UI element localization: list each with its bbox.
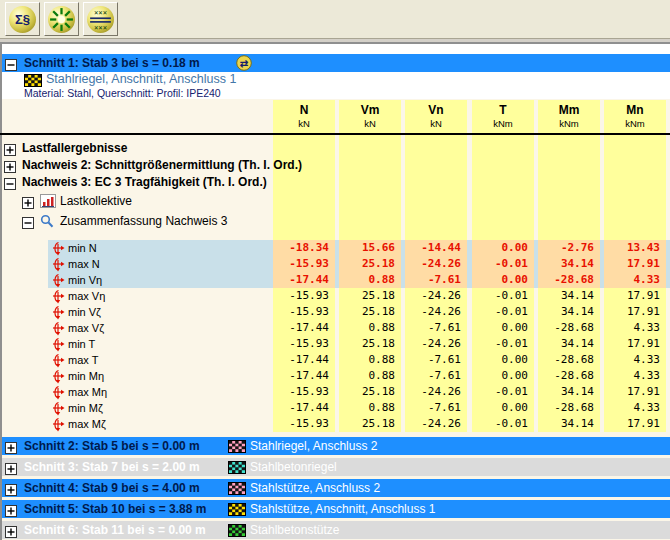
result-cell: 0.00	[472, 272, 534, 288]
member-checker-icon	[228, 523, 246, 540]
tree-item-label: Nachweis 3: EC 3 Tragfähigkeit (Th. I. O…	[22, 174, 267, 191]
expand-icon[interactable]	[4, 142, 16, 154]
column-header-Mm: MmkNm	[538, 100, 600, 133]
collapse-icon[interactable]	[5, 57, 17, 69]
result-cell: -7.61	[405, 352, 467, 368]
section-description: Stahlstütze, Anschluss 2	[250, 479, 380, 497]
section-title: Schnitt 3: Stab 7 bei s = 2.00 m	[24, 458, 200, 476]
expand-icon[interactable]	[22, 195, 34, 207]
tree-item-1[interactable]: Nachweis 2: Schnittgrößenermittlung (Th.…	[0, 157, 668, 174]
result-cell: -28.68	[538, 368, 600, 384]
collapse-icon[interactable]	[22, 215, 34, 227]
column-symbol: N	[273, 100, 335, 118]
result-cell: 17.91	[604, 416, 666, 432]
result-cell: 17.91	[604, 336, 666, 352]
section-title: Schnitt 6: Stab 11 bei s = 0.00 m	[24, 521, 206, 539]
collapse-icon[interactable]	[4, 176, 16, 188]
result-row-label: min Vζ	[68, 304, 101, 320]
result-row[interactable]: max Mη-15.9325.18-24.26-0.0134.1417.91	[48, 384, 670, 400]
result-cell: -0.01	[472, 416, 534, 432]
result-table-button[interactable]: ××× ×××	[83, 2, 118, 36]
column-header-T: TkNm	[472, 100, 534, 133]
section-bar-6[interactable]: Schnitt 6: Stab 11 bei s = 0.00 mStahlbe…	[2, 521, 670, 539]
result-cell: -15.93	[273, 336, 335, 352]
result-row[interactable]: min Mη-17.440.88-7.610.00-28.684.33	[48, 368, 670, 384]
section-1-header[interactable]: Schnitt 1: Stab 3 bei s = 0.18 m⇄	[2, 54, 670, 72]
result-cell: -17.44	[273, 320, 335, 336]
sum-results-button[interactable]: Σ§	[5, 2, 40, 36]
section-title: Schnitt 5: Stab 10 bei s = 3.88 m	[24, 500, 206, 518]
section-description: Stahlriegel, Anschluss 2	[250, 437, 377, 455]
result-row[interactable]: max N-15.9325.18-24.26-0.0134.1417.91	[48, 256, 670, 272]
refresh-icon[interactable]: ⇄	[236, 55, 252, 71]
result-cell: 34.14	[538, 256, 600, 272]
result-row-label: max T	[68, 352, 98, 368]
result-row[interactable]: min Vζ-15.9325.18-24.26-0.0134.1417.91	[48, 304, 670, 320]
result-row[interactable]: min Vη-17.440.88-7.610.00-28.684.33	[48, 272, 670, 288]
result-row[interactable]: min T-15.9325.18-24.26-0.0134.1417.91	[48, 336, 670, 352]
result-row-label: max Vη	[68, 288, 105, 304]
result-row[interactable]: max Mζ-15.9325.18-24.26-0.0134.1417.91	[48, 416, 670, 432]
tree-item-2[interactable]: Nachweis 3: EC 3 Tragfähigkeit (Th. I. O…	[0, 174, 668, 191]
result-row[interactable]: min N-18.3415.66-14.440.00-2.7613.43	[48, 240, 670, 256]
section-bar-3[interactable]: Schnitt 3: Stab 7 bei s = 2.00 mStahlbet…	[2, 458, 670, 476]
sigma-paragraph-icon: Σ§	[9, 6, 36, 33]
tree-item-3[interactable]: Lastkollektive	[0, 193, 668, 210]
column-header-N: NkN	[273, 100, 335, 133]
column-symbol: Vn	[405, 100, 467, 118]
tree-item-0[interactable]: Lastfallergebnisse	[0, 140, 668, 157]
result-cell: -0.01	[472, 384, 534, 400]
result-row-label: min Vη	[68, 272, 102, 288]
tree-item-label: Lastfallergebnisse	[22, 140, 127, 157]
burst-icon	[48, 6, 75, 33]
section-bar-4[interactable]: Schnitt 4: Stab 9 bei s = 4.00 mStahlstü…	[2, 479, 670, 497]
result-cell: -7.61	[405, 272, 467, 288]
expand-icon[interactable]	[5, 482, 17, 494]
result-cell: 4.33	[604, 352, 666, 368]
result-cell: -17.44	[273, 400, 335, 416]
section-bar-2[interactable]: Schnitt 2: Stab 5 bei s = 0.00 mStahlrie…	[2, 437, 670, 455]
expand-icon[interactable]	[4, 159, 16, 171]
expand-icon[interactable]	[5, 461, 17, 473]
result-row-label: min N	[68, 240, 97, 256]
result-cell: 0.88	[339, 320, 401, 336]
result-row[interactable]: min Mζ-17.440.88-7.610.00-28.684.33	[48, 400, 670, 416]
result-row-label: max Mζ	[68, 416, 106, 432]
expand-icon[interactable]	[5, 440, 17, 452]
result-cell: -0.01	[472, 336, 534, 352]
result-cell: -18.34	[273, 240, 335, 256]
column-unit: kNm	[604, 118, 666, 129]
result-cell: -15.93	[273, 288, 335, 304]
tree-item-4[interactable]: Zusammenfassung Nachweis 3	[0, 213, 668, 230]
result-cell: -28.68	[538, 320, 600, 336]
result-row[interactable]: max Vη-15.9325.18-24.26-0.0134.1417.91	[48, 288, 670, 304]
svg-text:×××: ×××	[94, 8, 107, 17]
result-row[interactable]: max T-17.440.88-7.610.00-28.684.33	[48, 352, 670, 368]
result-cell: 34.14	[538, 384, 600, 400]
result-cell: 4.33	[604, 368, 666, 384]
result-cell: 34.14	[538, 304, 600, 320]
expand-icon[interactable]	[5, 503, 17, 515]
result-cell: 0.00	[472, 400, 534, 416]
section-title: Schnitt 4: Stab 9 bei s = 4.00 m	[24, 479, 200, 497]
toolbar: Σ§ ×××	[0, 0, 670, 39]
magnifier-icon	[40, 214, 54, 232]
expand-icon[interactable]	[5, 524, 17, 536]
result-cell: -17.44	[273, 272, 335, 288]
result-cell: 17.91	[604, 288, 666, 304]
burst-button[interactable]	[44, 2, 79, 36]
result-cell: -24.26	[405, 384, 467, 400]
result-cell: -28.68	[538, 272, 600, 288]
result-cell: -15.93	[273, 304, 335, 320]
result-cell: -15.93	[273, 384, 335, 400]
result-cell: -15.93	[273, 416, 335, 432]
column-unit: kN	[339, 118, 401, 129]
section-1-title: Schnitt 1: Stab 3 bei s = 0.18 m	[24, 54, 200, 72]
section-bar-5[interactable]: Schnitt 5: Stab 10 bei s = 3.88 mStahlst…	[2, 500, 670, 518]
result-row-label: min Mζ	[68, 400, 103, 416]
result-row[interactable]: max Vζ-17.440.88-7.610.00-28.684.33	[48, 320, 670, 336]
result-cell: 15.66	[339, 240, 401, 256]
column-header-Mn: MnkNm	[604, 100, 666, 133]
member-checker-icon	[228, 460, 246, 478]
result-cell: -14.44	[405, 240, 467, 256]
